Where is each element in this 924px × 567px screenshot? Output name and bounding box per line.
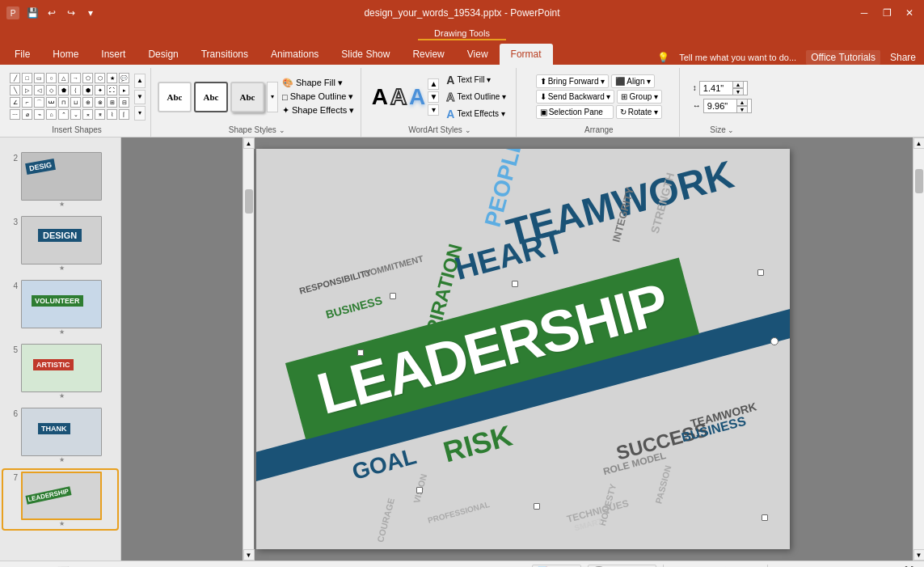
rect-shape[interactable]: □ bbox=[22, 73, 32, 83]
text-fill-btn[interactable]: A Text Fill ▾ bbox=[445, 73, 508, 87]
send-backward-btn[interactable]: ⬇ Send Backward ▾ bbox=[536, 90, 615, 104]
tab-file[interactable]: File bbox=[3, 44, 41, 65]
handle-tm[interactable] bbox=[512, 281, 518, 287]
height-spinbox[interactable]: 1.41" ▲ ▼ bbox=[699, 81, 748, 95]
slide-item-4[interactable]: 4 VOLUNTEER ★ bbox=[3, 278, 117, 337]
shape-r3c4[interactable]: ⏙ bbox=[46, 97, 57, 108]
tab-design[interactable]: Design bbox=[137, 44, 189, 65]
shape-r3c7[interactable]: ⊕ bbox=[82, 97, 93, 108]
wordart-outline-btn[interactable]: A bbox=[390, 84, 407, 110]
tab-slideshow[interactable]: Slide Show bbox=[330, 44, 401, 65]
handle-bl[interactable] bbox=[416, 487, 423, 493]
tab-review[interactable]: Review bbox=[401, 44, 455, 65]
tab-insert[interactable]: Insert bbox=[90, 44, 137, 65]
handle-tl[interactable] bbox=[390, 293, 396, 299]
oval-shape[interactable]: ○ bbox=[46, 73, 57, 83]
shape-r4c3[interactable]: ⌁ bbox=[34, 109, 44, 120]
wordart-scroll-up[interactable]: ▲ bbox=[428, 78, 439, 90]
scroll-top-btn[interactable]: ▲ bbox=[243, 138, 255, 149]
shape-r2c2[interactable]: ▷ bbox=[22, 85, 32, 95]
share-button[interactable]: Share bbox=[890, 52, 916, 63]
minimize-button[interactable]: ─ bbox=[856, 5, 872, 21]
style-btn-3[interactable]: Abc bbox=[230, 82, 264, 112]
shape-r3c10[interactable]: ⊟ bbox=[119, 97, 129, 108]
group-btn[interactable]: ⊞ Group ▾ bbox=[617, 90, 662, 104]
handle-tr[interactable] bbox=[757, 269, 764, 276]
shape-r3c9[interactable]: ⊞ bbox=[107, 97, 117, 108]
arrow-shape[interactable]: → bbox=[70, 73, 81, 83]
shape-r4c6[interactable]: ⌄ bbox=[70, 109, 81, 120]
tell-me-text[interactable]: Tell me what you want to do... bbox=[679, 53, 796, 62]
slide-item-6[interactable]: 6 THANK ★ bbox=[3, 406, 117, 465]
slide-item-7[interactable]: 7 LEADERSHIP ★ bbox=[3, 470, 117, 529]
slide-item-5[interactable]: 5 ARTISTIC ★ bbox=[3, 342, 117, 401]
width-up[interactable]: ▲ bbox=[736, 99, 748, 106]
shape-r2c1[interactable]: ╲ bbox=[10, 85, 20, 95]
text-effects-btn[interactable]: A Text Effects ▾ bbox=[445, 107, 508, 121]
pentagon[interactable]: ⬠ bbox=[82, 73, 93, 83]
bring-forward-btn[interactable]: ⬆ Bring Forward ▾ bbox=[536, 74, 610, 88]
star-shape[interactable]: ★ bbox=[107, 73, 117, 83]
scroll-bottom-btn[interactable]: ▼ bbox=[243, 549, 255, 561]
tab-view[interactable]: View bbox=[456, 44, 500, 65]
style-btn-1[interactable]: Abc bbox=[158, 82, 192, 112]
shape-r2c4[interactable]: ◇ bbox=[46, 85, 57, 95]
callout-shape[interactable]: 💬 bbox=[119, 73, 129, 83]
tab-transitions[interactable]: Transitions bbox=[190, 44, 259, 65]
handle-mr[interactable] bbox=[770, 337, 778, 345]
shape-r3c5[interactable]: ⊓ bbox=[58, 97, 69, 108]
tab-format[interactable]: Format bbox=[500, 44, 553, 65]
width-down[interactable]: ▼ bbox=[736, 106, 748, 113]
wordart-plain-btn[interactable]: A bbox=[372, 84, 388, 110]
align-btn[interactable]: ⬛ Align ▾ bbox=[611, 74, 655, 88]
redo-button[interactable]: ↪ bbox=[63, 5, 79, 21]
height-down[interactable]: ▼ bbox=[732, 88, 744, 95]
style-more-btn[interactable]: ▾ bbox=[267, 82, 278, 112]
shape-r2c3[interactable]: ◁ bbox=[34, 85, 44, 95]
scroll-thumb[interactable] bbox=[245, 189, 253, 214]
handle-bm[interactable] bbox=[534, 503, 540, 510]
wordart-reflect-btn[interactable]: A bbox=[409, 84, 425, 110]
shape-r3c1[interactable]: ∠ bbox=[10, 97, 20, 108]
right-scroll-top[interactable]: ▲ bbox=[913, 138, 925, 149]
shape-r3c6[interactable]: ⊔ bbox=[70, 97, 81, 108]
shape-r3c3[interactable]: ⌒ bbox=[34, 97, 44, 108]
handle-ml[interactable] bbox=[357, 349, 364, 356]
shape-styles-expand[interactable]: ⌄ bbox=[279, 126, 285, 134]
normal-view-btn[interactable]: ⊞ bbox=[670, 563, 688, 568]
slide-sorter-btn[interactable]: ⊟ bbox=[694, 563, 712, 568]
shape-r4c1[interactable]: ⋯ bbox=[10, 109, 20, 120]
right-scroll-bottom[interactable]: ▼ bbox=[913, 549, 925, 561]
shape-r4c2[interactable]: ⌀ bbox=[22, 109, 32, 120]
size-expand[interactable]: ⌄ bbox=[728, 126, 734, 134]
office-tutorials-button[interactable]: Office Tutorials bbox=[806, 50, 880, 65]
shape-fill-btn[interactable]: 🎨 Shape Fill ▾ bbox=[281, 77, 356, 89]
shape-r3c8[interactable]: ⊗ bbox=[95, 97, 105, 108]
height-up[interactable]: ▲ bbox=[732, 81, 744, 88]
wordart-scroll-down[interactable]: ▼ bbox=[428, 91, 439, 103]
shape-r2c7[interactable]: ⬢ bbox=[82, 85, 93, 95]
shapes-scroll-up[interactable]: ▲ bbox=[134, 74, 146, 88]
customize-button[interactable]: ▾ bbox=[82, 5, 99, 21]
shape-r4c9[interactable]: ⌇ bbox=[107, 109, 117, 120]
tab-animations[interactable]: Animations bbox=[259, 44, 330, 65]
shape-outline-btn[interactable]: □ Shape Outline ▾ bbox=[281, 91, 356, 103]
selection-pane-btn[interactable]: ▣ Selection Pane bbox=[536, 105, 614, 119]
text-outline-btn[interactable]: A Text Outline ▾ bbox=[445, 90, 508, 104]
slide-item-2[interactable]: 2 DESIG ★ bbox=[3, 150, 117, 209]
shape-r4c4[interactable]: ⌂ bbox=[46, 109, 57, 120]
shape-r2c5[interactable]: ⬟ bbox=[58, 85, 69, 95]
wordart-more-btn[interactable]: ▾ bbox=[428, 104, 439, 116]
shape-r2c6[interactable]: ⟨ bbox=[70, 85, 81, 95]
shape-r4c10[interactable]: ⌈ bbox=[119, 109, 129, 120]
rotate-btn[interactable]: ↻ Rotate ▾ bbox=[616, 105, 662, 119]
reading-view-btn[interactable]: 📖 bbox=[719, 563, 736, 568]
width-spinbox[interactable]: 9.96" ▲ ▼ bbox=[703, 99, 752, 113]
hexagon[interactable]: ⬡ bbox=[95, 73, 105, 83]
fit-window-btn[interactable]: ⛶ bbox=[900, 563, 918, 568]
shape-r4c5[interactable]: ⌃ bbox=[58, 109, 69, 120]
style-btn-2[interactable]: Abc bbox=[194, 82, 228, 112]
shape-r2c8[interactable]: ✦ bbox=[95, 85, 105, 95]
slide-item-3[interactable]: 3 DESIGN ★ bbox=[3, 214, 117, 273]
shape-r2c10[interactable]: ▸ bbox=[119, 85, 129, 95]
